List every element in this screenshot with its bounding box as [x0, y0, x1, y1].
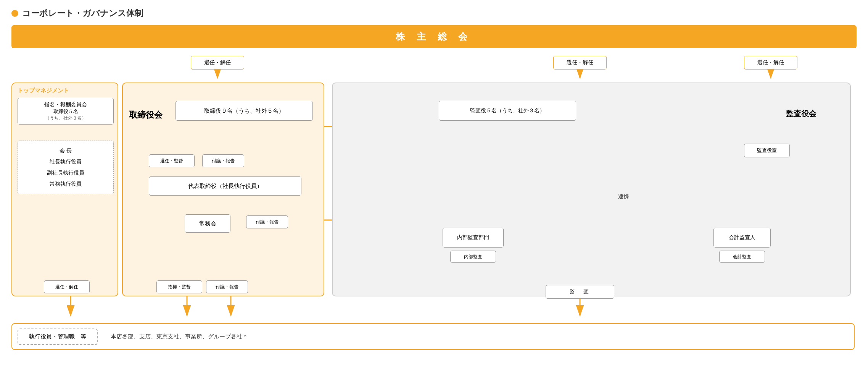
select-dismiss-bottom-label: 選任・解任 [44, 280, 90, 293]
nomination-members: 取締役５名 [53, 108, 78, 115]
representative-box: 代表取締役（社長執行役員） [149, 176, 301, 196]
kansayaku-room-box: 監査役室 [744, 144, 790, 157]
chairman-line2: 社長執行役員 [50, 157, 82, 167]
chairman-box: 会 長 社長執行役員 副社長執行役員 常務執行役員 [18, 141, 114, 194]
command-supervise-label: 指揮・監督 [156, 280, 202, 293]
page-title-row: コーポレート・ガバナンス体制 [11, 8, 857, 19]
jomu-proposal-label: 付議・報告 [246, 215, 288, 228]
board-title: 取締役会 [129, 109, 163, 121]
diagram-wrapper: 選任・解任 選任・解任 選任・解任 トップマネジメント 指名・報酬委員会 取締役… [11, 56, 855, 382]
chairman-line3: 副社長執行役員 [47, 168, 84, 178]
renraku-label: 連携 [618, 193, 629, 200]
proposal-report-bottom-label: 付議・報告 [206, 280, 248, 293]
internal-audit-sub-box: 内部監査 [450, 251, 496, 263]
top-management-panel: トップマネジメント 指名・報酬委員会 取締役５名 （うち、社外３名） 会 長 社… [11, 83, 118, 296]
nomination-title: 指名・報酬委員会 [44, 101, 87, 108]
audit-members-box: 監査役５名（うち、社外３名） [439, 101, 576, 121]
nomination-committee-box: 指名・報酬委員会 取締役５名 （うち、社外３名） [18, 98, 114, 125]
page-container: コーポレート・ガバナンス体制 株 主 総 会 [11, 8, 857, 382]
employees-row: 執行役員・管理職 等 本店各部、支店、東京支社、事業所、グループ各社＊ [11, 323, 855, 350]
proposal-report-board-label: 付議・報告 [202, 154, 244, 167]
accounting-auditor-box: 会計監査人 [713, 228, 771, 248]
kansa-label-box: 監 査 [546, 285, 614, 299]
accounting-audit-sub-box: 会計監査 [719, 251, 765, 263]
chairman-line4: 常務執行役員 [50, 179, 82, 189]
page-title: コーポレート・ガバナンス体制 [22, 8, 143, 19]
jomu-box: 常務会 [185, 214, 230, 233]
select-supervise-label: 選任・監督 [149, 154, 195, 167]
top-management-label: トップマネジメント [18, 87, 69, 94]
chairman-line1: 会 長 [60, 146, 72, 155]
shareholders-banner: 株 主 総 会 [11, 25, 857, 48]
select-dismiss-3-label: 選任・解任 [744, 56, 797, 70]
select-dismiss-1-label: 選任・解任 [191, 56, 244, 70]
title-dot [11, 10, 18, 17]
board-members-box: 取締役９名（うち、社外５名） [176, 101, 313, 121]
internal-audit-dept-box: 内部監査部門 [443, 228, 504, 248]
employees-right: 本店各部、支店、東京支社、事業所、グループ各社＊ [103, 329, 256, 344]
audit-panel [332, 83, 851, 296]
employees-left: 執行役員・管理職 等 [18, 329, 98, 345]
nomination-sub: （うち、社外３名） [45, 115, 86, 121]
select-dismiss-2-label: 選任・解任 [553, 56, 607, 70]
audit-board-title: 監査役会 [786, 108, 816, 119]
